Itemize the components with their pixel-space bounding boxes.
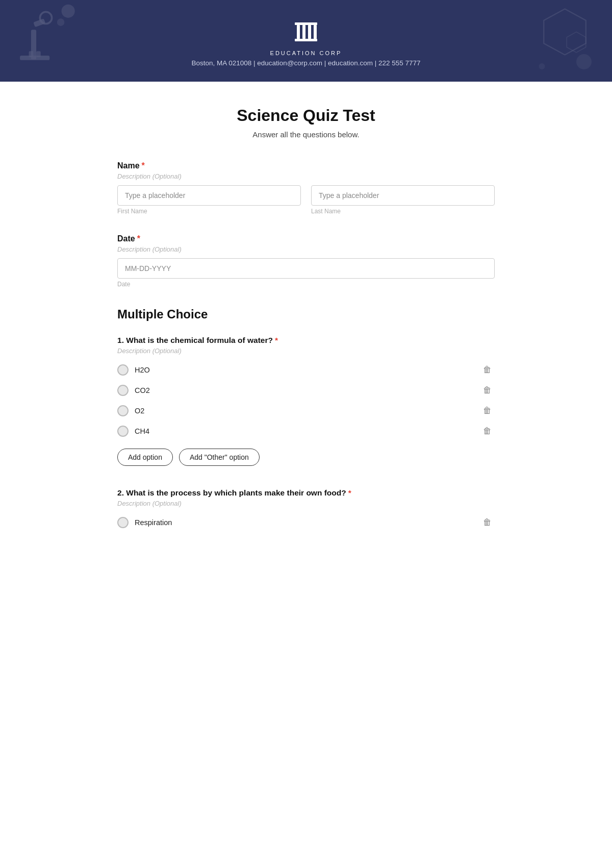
first-name-wrap: First Name — [117, 185, 301, 215]
list-item: H2O 🗑 — [117, 360, 495, 380]
svg-marker-9 — [567, 32, 586, 53]
date-required: * — [137, 234, 140, 243]
delete-option-icon[interactable]: 🗑 — [480, 384, 495, 396]
svg-marker-8 — [544, 9, 586, 55]
section-title: Multiple Choice — [117, 307, 495, 321]
radio-circle[interactable] — [117, 517, 129, 528]
logo-text: EDUCATION CORP — [270, 50, 342, 56]
list-item: O2 🗑 — [117, 401, 495, 421]
q1-options: H2O 🗑 CO2 🗑 O2 🗑 — [117, 360, 495, 441]
option-text: Respiration — [135, 518, 172, 527]
name-inputs: First Name Last Name — [117, 185, 495, 215]
svg-rect-6 — [29, 51, 34, 57]
date-description: Description (Optional) — [117, 245, 495, 253]
q2-required: * — [348, 488, 351, 497]
svg-rect-3 — [20, 56, 49, 60]
q1-required: * — [275, 336, 278, 344]
svg-rect-15 — [302, 25, 305, 39]
question-1-block: 1. What is the chemical formula of water… — [117, 336, 495, 466]
header-contact: Boston, MA 021008 | education@corp.com |… — [191, 59, 420, 67]
main-content: Science Quiz Test Answer all the questio… — [87, 82, 525, 596]
header-decoration-left — [0, 0, 97, 82]
add-option-button[interactable]: Add option — [117, 449, 173, 466]
delete-option-icon[interactable]: 🗑 — [480, 425, 495, 437]
option-text: CH4 — [135, 427, 149, 435]
q2-description: Description (Optional) — [117, 500, 495, 507]
first-name-sublabel: First Name — [117, 208, 301, 215]
svg-rect-13 — [295, 39, 317, 41]
last-name-wrap: Last Name — [311, 185, 495, 215]
date-label: Date* — [117, 234, 495, 243]
svg-point-10 — [576, 54, 592, 69]
svg-rect-12 — [295, 22, 317, 25]
multiple-choice-section: Multiple Choice 1. What is the chemical … — [117, 307, 495, 533]
svg-rect-7 — [36, 51, 41, 57]
option-text: O2 — [135, 407, 144, 415]
name-required: * — [142, 161, 145, 170]
delete-option-icon[interactable]: 🗑 — [480, 405, 495, 417]
q1-description: Description (Optional) — [117, 347, 495, 355]
delete-option-icon[interactable]: 🗑 — [480, 516, 495, 529]
add-other-option-button[interactable]: Add "Other" option — [179, 449, 260, 466]
form-subtitle: Answer all the questions below. — [117, 130, 495, 139]
last-name-input[interactable] — [311, 185, 495, 206]
date-sublabel: Date — [117, 281, 495, 288]
list-item: Respiration 🗑 — [117, 512, 495, 533]
first-name-input[interactable] — [117, 185, 301, 206]
option-text: CO2 — [135, 386, 150, 394]
svg-point-11 — [539, 63, 545, 69]
radio-circle[interactable] — [117, 426, 129, 437]
header-decoration-right — [515, 5, 607, 82]
date-field-section: Date* Description (Optional) Date — [117, 234, 495, 288]
date-input[interactable] — [117, 258, 495, 279]
question-1-label: 1. What is the chemical formula of water… — [117, 336, 495, 345]
name-field-section: Name* Description (Optional) First Name … — [117, 161, 495, 215]
svg-point-1 — [57, 18, 65, 26]
radio-circle[interactable] — [117, 385, 129, 396]
svg-rect-17 — [314, 25, 317, 39]
q1-add-option-row: Add option Add "Other" option — [117, 449, 495, 466]
last-name-sublabel: Last Name — [311, 208, 495, 215]
question-2-block: 2. What is the process by which plants m… — [117, 488, 495, 533]
name-label: Name* — [117, 161, 495, 170]
list-item: CO2 🗑 — [117, 380, 495, 401]
radio-circle[interactable] — [117, 364, 129, 376]
q2-options: Respiration 🗑 — [117, 512, 495, 533]
svg-point-5 — [40, 12, 52, 23]
list-item: CH4 🗑 — [117, 421, 495, 441]
name-description: Description (Optional) — [117, 172, 495, 180]
radio-circle[interactable] — [117, 405, 129, 416]
svg-rect-14 — [297, 25, 300, 39]
form-title: Science Quiz Test — [117, 106, 495, 125]
svg-rect-16 — [308, 25, 311, 39]
question-2-label: 2. What is the process by which plants m… — [117, 488, 495, 498]
logo-icon — [293, 18, 319, 47]
svg-point-0 — [62, 5, 75, 18]
page-header: EDUCATION CORP Boston, MA 021008 | educa… — [0, 0, 612, 82]
option-text: H2O — [135, 366, 150, 374]
delete-option-icon[interactable]: 🗑 — [480, 364, 495, 376]
